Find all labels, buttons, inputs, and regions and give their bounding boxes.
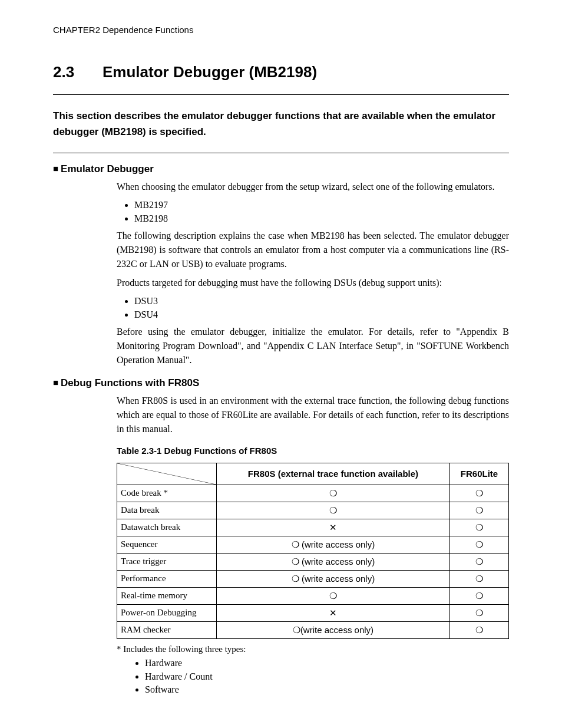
subheading-debug-functions: ■Debug Functions with FR80S: [53, 375, 509, 391]
table-header-fr80s: FR80S (external trace function available…: [217, 463, 450, 485]
cell-fr80s: ✕: [217, 604, 450, 621]
svg-line-0: [117, 463, 216, 485]
rule-top: [53, 94, 509, 95]
cell-fr80s: ❍ (write access only): [217, 536, 450, 553]
cell-fr80s: ❍ (write access only): [217, 553, 450, 570]
cell-fr80s: ❍(write access only): [217, 621, 450, 638]
list-item: DSU3: [134, 295, 509, 308]
cell-fr60lite: ❍: [449, 485, 508, 502]
chapter-header: CHAPTER2 Dependence Functions: [53, 24, 509, 37]
rule-bottom: [53, 153, 509, 153]
table-row: Trace trigger❍ (write access only)❍: [117, 553, 509, 570]
paragraph: Before using the emulator debugger, init…: [117, 325, 509, 367]
subheading-text: Debug Functions with FR80S: [61, 377, 199, 388]
cell-fr60lite: ❍: [449, 553, 508, 570]
cell-fr80s: ❍: [217, 502, 450, 519]
table-row: Datawatch break✕❍: [117, 519, 509, 536]
table-row: Real-time memory❍❍: [117, 587, 509, 604]
section-title-text: Emulator Debugger (MB2198): [103, 63, 317, 81]
table-row: Code break *❍❍: [117, 485, 509, 502]
paragraph: When FR80S is used in an environment wit…: [117, 394, 509, 436]
row-name: Performance: [117, 570, 217, 587]
table-row: Power-on Debugging✕❍: [117, 604, 509, 621]
cell-fr60lite: ❍: [449, 621, 508, 638]
cell-fr80s: ✕: [217, 519, 450, 536]
row-name: RAM checker: [117, 621, 217, 638]
list-item: MB2197: [134, 199, 509, 212]
list-item: Hardware: [145, 657, 509, 670]
cell-fr80s: ❍ (write access only): [217, 570, 450, 587]
row-name: Trace trigger: [117, 553, 217, 570]
cell-fr60lite: ❍: [449, 519, 508, 536]
table-row: Sequencer❍ (write access only)❍: [117, 536, 509, 553]
paragraph: Products targeted for debugging must hav…: [117, 276, 509, 290]
square-marker-icon: ■: [53, 377, 58, 387]
table-row: Data break❍❍: [117, 502, 509, 519]
row-name: Real-time memory: [117, 587, 217, 604]
table-caption: Table 2.3-1 Debug Functions of FR80S: [117, 444, 509, 458]
row-name: Sequencer: [117, 536, 217, 553]
table-row: RAM checker❍(write access only)❍: [117, 621, 509, 638]
cell-fr80s: ❍: [217, 485, 450, 502]
subheading-emulator-debugger: ■Emulator Debugger: [53, 162, 509, 177]
footnote-list: Hardware Hardware / Count Software: [117, 657, 509, 696]
debug-functions-table: FR80S (external trace function available…: [117, 463, 509, 639]
section-number: 2.3: [53, 61, 103, 84]
cell-fr60lite: ❍: [449, 536, 508, 553]
section-title: 2.3Emulator Debugger (MB2198): [53, 61, 509, 84]
row-name: Datawatch break: [117, 519, 217, 536]
row-name: Code break *: [117, 485, 217, 502]
table-header-fr60lite: FR60Lite: [449, 463, 508, 485]
subheading-text: Emulator Debugger: [61, 163, 154, 174]
cell-fr60lite: ❍: [449, 570, 508, 587]
table-header-empty: [117, 463, 217, 485]
cell-fr60lite: ❍: [449, 604, 508, 621]
section-summary: This section describes the emulator debu…: [53, 108, 509, 140]
cell-fr80s: ❍: [217, 587, 450, 604]
list-item: MB2198: [134, 212, 509, 225]
square-marker-icon: ■: [53, 163, 58, 173]
list-item: DSU4: [134, 308, 509, 321]
cell-fr60lite: ❍: [449, 502, 508, 519]
table-row: Performance❍ (write access only)❍: [117, 570, 509, 587]
paragraph: When choosing the emulator debugger from…: [117, 180, 509, 194]
row-name: Power-on Debugging: [117, 604, 217, 621]
list-item: Software: [145, 683, 509, 696]
dsu-list: DSU3 DSU4: [117, 295, 509, 321]
paragraph: The following description explains the c…: [117, 229, 509, 271]
emulator-list: MB2197 MB2198: [117, 199, 509, 225]
cell-fr60lite: ❍: [449, 587, 508, 604]
table-footnote: * Includes the following three types:: [117, 643, 509, 656]
diagonal-line-icon: [117, 463, 216, 485]
row-name: Data break: [117, 502, 217, 519]
list-item: Hardware / Count: [145, 670, 509, 683]
